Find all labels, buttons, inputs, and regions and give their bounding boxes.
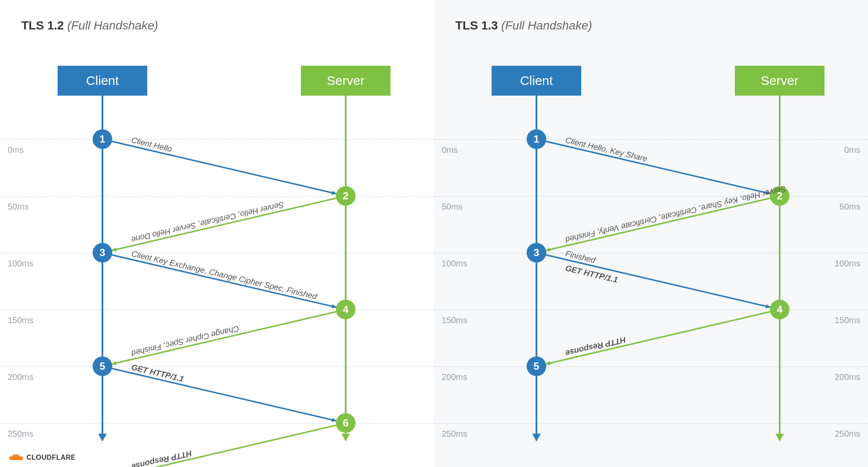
time-mark-left: 200ms <box>8 372 33 382</box>
client-actor-box: Client <box>492 66 581 96</box>
time-mark-left: 150ms <box>8 315 33 325</box>
time-mark-left: 100ms <box>442 259 467 269</box>
time-mark-right: 200ms <box>835 372 860 382</box>
gridline <box>434 309 868 310</box>
time-mark-right: 150ms <box>835 315 860 325</box>
step-node-6: 6 <box>336 413 355 433</box>
time-mark-right: 50ms <box>839 202 860 212</box>
message-label: GET HTTP/1.1 <box>131 362 185 384</box>
time-mark-left: 250ms <box>8 429 33 439</box>
title-version: TLS 1.2 <box>21 19 64 32</box>
message-arrow <box>112 255 336 307</box>
step-node-2: 2 <box>336 186 355 206</box>
message-arrow <box>546 312 770 364</box>
step-node-5: 5 <box>93 356 112 376</box>
message-label: Client Key Exchange, Change Cipher Spec,… <box>131 249 318 301</box>
gridline <box>0 139 434 140</box>
step-node-3: 3 <box>527 243 546 263</box>
time-mark-left: 0ms <box>442 145 458 155</box>
step-node-3: 3 <box>93 243 112 263</box>
time-mark-left: 200ms <box>442 372 467 382</box>
message-label-extra: GET HTTP/1.1 <box>565 263 619 285</box>
message-arrow <box>546 198 770 251</box>
cloud-icon <box>9 453 24 462</box>
gridline <box>434 253 868 254</box>
message-arrow <box>112 141 336 194</box>
gridline <box>434 423 868 424</box>
message-label: HTTP Response <box>131 448 193 467</box>
server-actor-box: Server <box>301 66 390 96</box>
time-mark-right: 100ms <box>835 259 860 269</box>
time-mark-left: 50ms <box>8 202 29 212</box>
server-actor-box: Server <box>735 66 824 96</box>
diagram-title: TLS 1.3 (Full Handshake) <box>455 19 592 32</box>
message-arrow <box>112 198 336 251</box>
title-subtitle: (Full Handshake) <box>67 19 158 32</box>
panel-tls12: TLS 1.2 (Full Handshake)0ms50ms100ms150m… <box>0 0 434 467</box>
title-version: TLS 1.3 <box>455 19 498 32</box>
diagram-title: TLS 1.2 (Full Handshake) <box>21 19 158 32</box>
message-arrow <box>112 368 336 421</box>
time-mark-left: 0ms <box>8 145 24 155</box>
gridline <box>0 309 434 310</box>
message-label: Server Hello, Certificate, Server Hello … <box>131 200 285 245</box>
step-node-5: 5 <box>527 356 546 376</box>
step-node-1: 1 <box>527 129 546 149</box>
time-mark-left: 150ms <box>442 315 467 325</box>
message-arrow <box>546 255 770 307</box>
title-subtitle: (Full Handshake) <box>501 19 592 32</box>
brand-logo: CloudFlare <box>9 453 76 462</box>
time-mark-left: 250ms <box>442 429 467 439</box>
gridline <box>0 366 434 367</box>
gridline <box>0 253 434 254</box>
gridline <box>0 423 434 424</box>
step-node-4: 4 <box>336 300 355 319</box>
gridline <box>434 196 868 197</box>
step-node-1: 1 <box>93 129 112 149</box>
server-lifeline <box>779 96 781 441</box>
message-label: Client Hello <box>131 135 173 154</box>
server-lifeline <box>345 96 347 441</box>
gridline <box>434 139 868 140</box>
message-arrow <box>546 141 770 194</box>
message-label: Change Cipher Spec, Finished <box>131 324 240 358</box>
brand-text: CloudFlare <box>26 454 76 461</box>
message-label: Finished <box>565 249 597 265</box>
gridline <box>0 196 434 197</box>
message-label: HTTP Response <box>565 335 627 358</box>
message-arrow <box>112 312 336 364</box>
panel-tls13: TLS 1.3 (Full Handshake)0ms0ms50ms50ms10… <box>434 0 868 467</box>
message-label: Server Hello, Key Share, Certificate, Ce… <box>565 184 787 245</box>
time-mark-right: 0ms <box>844 145 860 155</box>
time-mark-left: 100ms <box>8 259 33 269</box>
time-mark-left: 50ms <box>442 202 463 212</box>
time-mark-right: 250ms <box>835 429 860 439</box>
gridline <box>434 366 868 367</box>
client-actor-box: Client <box>58 66 147 96</box>
step-node-4: 4 <box>770 300 789 319</box>
